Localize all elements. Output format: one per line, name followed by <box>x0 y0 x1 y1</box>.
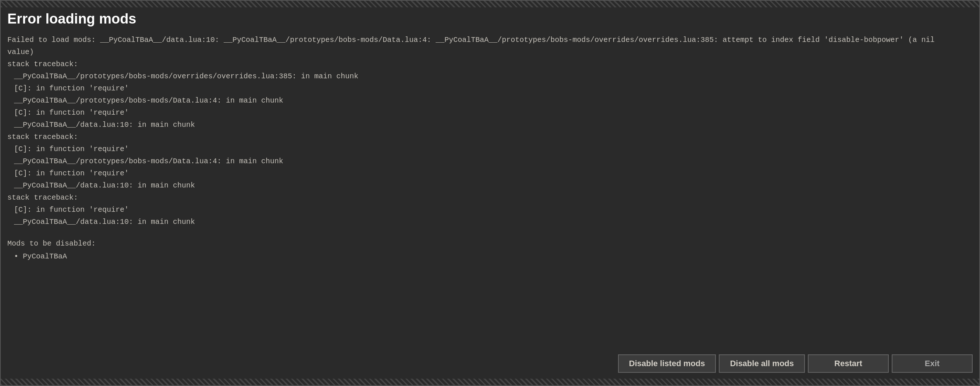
disable-listed-mods-button[interactable]: Disable listed mods <box>618 354 716 373</box>
hatch-top-border <box>1 1 979 7</box>
error-line: __PyCoalTBaA__/data.lua:10: in main chun… <box>7 216 973 227</box>
restart-button[interactable]: Restart <box>808 354 889 373</box>
error-line: Failed to load mods: __PyCoalTBaA__/data… <box>7 34 973 46</box>
error-line: [C]: in function 'require' <box>7 143 973 155</box>
mods-to-disable-label: Mods to be disabled: <box>7 238 973 249</box>
error-line: __PyCoalTBaA__/prototypes/bobs-mods/over… <box>7 71 973 82</box>
mods-section: Mods to be disabled: • PyCoalTBaA <box>7 238 973 262</box>
error-line: __PyCoalTBaA__/prototypes/bobs-mods/Data… <box>7 156 973 167</box>
hatch-bottom-border <box>1 379 979 385</box>
dialog-container: Error loading mods Failed to load mods: … <box>0 0 980 386</box>
dialog-title: Error loading mods <box>7 11 136 27</box>
error-line: stack traceback: <box>7 59 973 70</box>
error-line: stack traceback: <box>7 192 973 203</box>
error-line: [C]: in function 'require' <box>7 83 973 94</box>
error-line: __PyCoalTBaA__/data.lua:10: in main chun… <box>7 119 973 130</box>
error-line: stack traceback: <box>7 131 973 143</box>
error-lines-container: Failed to load mods: __PyCoalTBaA__/data… <box>7 34 973 227</box>
error-line: [C]: in function 'require' <box>7 204 973 215</box>
exit-button[interactable]: Exit <box>892 354 973 373</box>
error-line: value) <box>7 46 973 58</box>
content-area: Failed to load mods: __PyCoalTBaA__/data… <box>1 30 979 350</box>
disable-all-mods-button[interactable]: Disable all mods <box>719 354 805 373</box>
button-bar: Disable listed mods Disable all mods Res… <box>1 350 979 379</box>
error-line: __PyCoalTBaA__/prototypes/bobs-mods/Data… <box>7 95 973 106</box>
title-bar: Error loading mods <box>1 7 979 30</box>
mod-list-item: • PyCoalTBaA <box>7 251 973 262</box>
error-line: [C]: in function 'require' <box>7 168 973 179</box>
mods-list: • PyCoalTBaA <box>7 251 973 262</box>
error-line: [C]: in function 'require' <box>7 107 973 118</box>
error-line: __PyCoalTBaA__/data.lua:10: in main chun… <box>7 180 973 191</box>
